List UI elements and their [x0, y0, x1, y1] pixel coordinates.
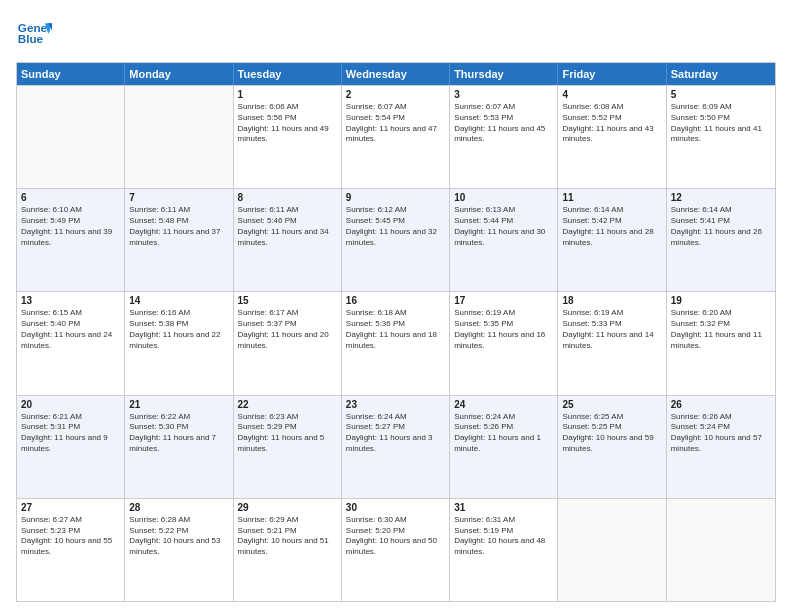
calendar-cell: 19Sunrise: 6:20 AM Sunset: 5:32 PM Dayli… [667, 292, 775, 394]
day-number: 2 [346, 89, 445, 100]
calendar-cell: 21Sunrise: 6:22 AM Sunset: 5:30 PM Dayli… [125, 396, 233, 498]
day-number: 8 [238, 192, 337, 203]
calendar-cell: 28Sunrise: 6:28 AM Sunset: 5:22 PM Dayli… [125, 499, 233, 601]
calendar-cell: 17Sunrise: 6:19 AM Sunset: 5:35 PM Dayli… [450, 292, 558, 394]
day-number: 22 [238, 399, 337, 410]
calendar-cell: 5Sunrise: 6:09 AM Sunset: 5:50 PM Daylig… [667, 86, 775, 188]
day-info: Sunrise: 6:17 AM Sunset: 5:37 PM Dayligh… [238, 308, 337, 351]
day-number: 16 [346, 295, 445, 306]
calendar-cell: 24Sunrise: 6:24 AM Sunset: 5:26 PM Dayli… [450, 396, 558, 498]
calendar-cell [558, 499, 666, 601]
calendar-cell: 16Sunrise: 6:18 AM Sunset: 5:36 PM Dayli… [342, 292, 450, 394]
day-info: Sunrise: 6:06 AM Sunset: 5:56 PM Dayligh… [238, 102, 337, 145]
header-day-monday: Monday [125, 63, 233, 85]
calendar-cell: 1Sunrise: 6:06 AM Sunset: 5:56 PM Daylig… [234, 86, 342, 188]
calendar-cell: 11Sunrise: 6:14 AM Sunset: 5:42 PM Dayli… [558, 189, 666, 291]
calendar-row-5: 27Sunrise: 6:27 AM Sunset: 5:23 PM Dayli… [17, 498, 775, 601]
day-number: 4 [562, 89, 661, 100]
header-day-friday: Friday [558, 63, 666, 85]
day-number: 19 [671, 295, 771, 306]
day-info: Sunrise: 6:11 AM Sunset: 5:48 PM Dayligh… [129, 205, 228, 248]
day-number: 13 [21, 295, 120, 306]
header: General Blue [16, 16, 776, 52]
calendar-row-4: 20Sunrise: 6:21 AM Sunset: 5:31 PM Dayli… [17, 395, 775, 498]
calendar-cell: 14Sunrise: 6:16 AM Sunset: 5:38 PM Dayli… [125, 292, 233, 394]
calendar-cell: 6Sunrise: 6:10 AM Sunset: 5:49 PM Daylig… [17, 189, 125, 291]
calendar-row-1: 1Sunrise: 6:06 AM Sunset: 5:56 PM Daylig… [17, 85, 775, 188]
header-day-wednesday: Wednesday [342, 63, 450, 85]
day-number: 17 [454, 295, 553, 306]
day-number: 3 [454, 89, 553, 100]
logo: General Blue [16, 16, 52, 52]
day-info: Sunrise: 6:27 AM Sunset: 5:23 PM Dayligh… [21, 515, 120, 558]
day-number: 6 [21, 192, 120, 203]
day-info: Sunrise: 6:31 AM Sunset: 5:19 PM Dayligh… [454, 515, 553, 558]
day-info: Sunrise: 6:08 AM Sunset: 5:52 PM Dayligh… [562, 102, 661, 145]
day-info: Sunrise: 6:24 AM Sunset: 5:27 PM Dayligh… [346, 412, 445, 455]
calendar-cell [667, 499, 775, 601]
day-info: Sunrise: 6:22 AM Sunset: 5:30 PM Dayligh… [129, 412, 228, 455]
header-day-sunday: Sunday [17, 63, 125, 85]
calendar-cell: 4Sunrise: 6:08 AM Sunset: 5:52 PM Daylig… [558, 86, 666, 188]
calendar-cell: 26Sunrise: 6:26 AM Sunset: 5:24 PM Dayli… [667, 396, 775, 498]
header-day-saturday: Saturday [667, 63, 775, 85]
day-info: Sunrise: 6:16 AM Sunset: 5:38 PM Dayligh… [129, 308, 228, 351]
calendar-cell: 22Sunrise: 6:23 AM Sunset: 5:29 PM Dayli… [234, 396, 342, 498]
calendar-cell: 13Sunrise: 6:15 AM Sunset: 5:40 PM Dayli… [17, 292, 125, 394]
day-info: Sunrise: 6:14 AM Sunset: 5:42 PM Dayligh… [562, 205, 661, 248]
calendar-cell: 7Sunrise: 6:11 AM Sunset: 5:48 PM Daylig… [125, 189, 233, 291]
day-info: Sunrise: 6:26 AM Sunset: 5:24 PM Dayligh… [671, 412, 771, 455]
day-number: 28 [129, 502, 228, 513]
calendar-row-2: 6Sunrise: 6:10 AM Sunset: 5:49 PM Daylig… [17, 188, 775, 291]
calendar-cell: 25Sunrise: 6:25 AM Sunset: 5:25 PM Dayli… [558, 396, 666, 498]
day-number: 11 [562, 192, 661, 203]
calendar-row-3: 13Sunrise: 6:15 AM Sunset: 5:40 PM Dayli… [17, 291, 775, 394]
calendar-cell: 29Sunrise: 6:29 AM Sunset: 5:21 PM Dayli… [234, 499, 342, 601]
day-info: Sunrise: 6:25 AM Sunset: 5:25 PM Dayligh… [562, 412, 661, 455]
day-info: Sunrise: 6:07 AM Sunset: 5:54 PM Dayligh… [346, 102, 445, 145]
day-info: Sunrise: 6:19 AM Sunset: 5:33 PM Dayligh… [562, 308, 661, 351]
day-info: Sunrise: 6:14 AM Sunset: 5:41 PM Dayligh… [671, 205, 771, 248]
day-number: 21 [129, 399, 228, 410]
day-number: 9 [346, 192, 445, 203]
day-info: Sunrise: 6:30 AM Sunset: 5:20 PM Dayligh… [346, 515, 445, 558]
day-info: Sunrise: 6:11 AM Sunset: 5:46 PM Dayligh… [238, 205, 337, 248]
day-info: Sunrise: 6:12 AM Sunset: 5:45 PM Dayligh… [346, 205, 445, 248]
calendar-cell: 10Sunrise: 6:13 AM Sunset: 5:44 PM Dayli… [450, 189, 558, 291]
calendar-cell: 20Sunrise: 6:21 AM Sunset: 5:31 PM Dayli… [17, 396, 125, 498]
day-number: 7 [129, 192, 228, 203]
day-number: 27 [21, 502, 120, 513]
calendar-cell [125, 86, 233, 188]
day-number: 1 [238, 89, 337, 100]
day-info: Sunrise: 6:18 AM Sunset: 5:36 PM Dayligh… [346, 308, 445, 351]
calendar-cell: 30Sunrise: 6:30 AM Sunset: 5:20 PM Dayli… [342, 499, 450, 601]
calendar: SundayMondayTuesdayWednesdayThursdayFrid… [16, 62, 776, 602]
day-number: 30 [346, 502, 445, 513]
day-number: 18 [562, 295, 661, 306]
day-number: 14 [129, 295, 228, 306]
calendar-cell: 15Sunrise: 6:17 AM Sunset: 5:37 PM Dayli… [234, 292, 342, 394]
calendar-cell: 8Sunrise: 6:11 AM Sunset: 5:46 PM Daylig… [234, 189, 342, 291]
day-number: 26 [671, 399, 771, 410]
day-number: 12 [671, 192, 771, 203]
day-number: 24 [454, 399, 553, 410]
day-number: 15 [238, 295, 337, 306]
day-info: Sunrise: 6:09 AM Sunset: 5:50 PM Dayligh… [671, 102, 771, 145]
calendar-header: SundayMondayTuesdayWednesdayThursdayFrid… [17, 63, 775, 85]
day-info: Sunrise: 6:28 AM Sunset: 5:22 PM Dayligh… [129, 515, 228, 558]
day-info: Sunrise: 6:20 AM Sunset: 5:32 PM Dayligh… [671, 308, 771, 351]
calendar-cell: 31Sunrise: 6:31 AM Sunset: 5:19 PM Dayli… [450, 499, 558, 601]
day-number: 29 [238, 502, 337, 513]
day-info: Sunrise: 6:13 AM Sunset: 5:44 PM Dayligh… [454, 205, 553, 248]
calendar-body: 1Sunrise: 6:06 AM Sunset: 5:56 PM Daylig… [17, 85, 775, 601]
day-number: 23 [346, 399, 445, 410]
calendar-cell: 18Sunrise: 6:19 AM Sunset: 5:33 PM Dayli… [558, 292, 666, 394]
day-number: 31 [454, 502, 553, 513]
day-number: 20 [21, 399, 120, 410]
day-info: Sunrise: 6:23 AM Sunset: 5:29 PM Dayligh… [238, 412, 337, 455]
day-number: 5 [671, 89, 771, 100]
calendar-cell: 27Sunrise: 6:27 AM Sunset: 5:23 PM Dayli… [17, 499, 125, 601]
day-info: Sunrise: 6:15 AM Sunset: 5:40 PM Dayligh… [21, 308, 120, 351]
calendar-cell: 12Sunrise: 6:14 AM Sunset: 5:41 PM Dayli… [667, 189, 775, 291]
calendar-cell: 3Sunrise: 6:07 AM Sunset: 5:53 PM Daylig… [450, 86, 558, 188]
